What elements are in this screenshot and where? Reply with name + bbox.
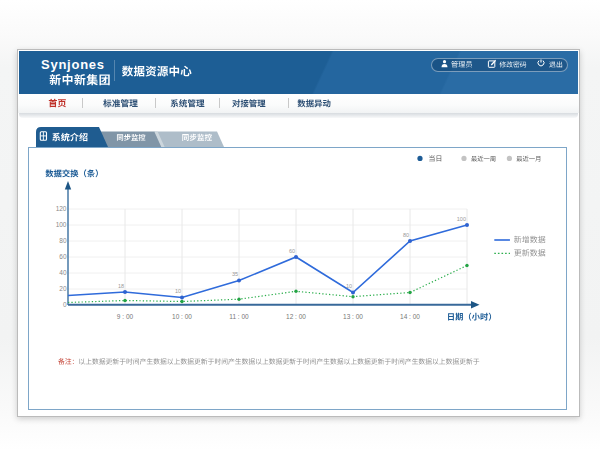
- svg-text:9 : 00: 9 : 00: [117, 313, 134, 320]
- svg-text:80: 80: [59, 237, 67, 244]
- svg-text:60: 60: [59, 253, 67, 260]
- svg-text:14 : 00: 14 : 00: [400, 313, 420, 320]
- svg-text:100: 100: [56, 221, 67, 228]
- svg-text:40: 40: [59, 269, 67, 276]
- svg-text:0: 0: [63, 301, 67, 308]
- svg-text:10: 10: [175, 288, 181, 294]
- svg-text:100: 100: [457, 216, 466, 222]
- svg-text:18: 18: [118, 283, 124, 289]
- svg-text:20: 20: [59, 285, 67, 292]
- svg-text:35: 35: [232, 271, 238, 277]
- svg-text:Synjones: Synjones: [41, 57, 105, 72]
- svg-text:13 : 00: 13 : 00: [343, 313, 363, 320]
- svg-text:60: 60: [289, 248, 295, 254]
- svg-text:11 : 00: 11 : 00: [229, 313, 249, 320]
- svg-text:12 : 00: 12 : 00: [286, 313, 306, 320]
- svg-text:10 : 00: 10 : 00: [172, 313, 192, 320]
- svg-text:120: 120: [56, 205, 67, 212]
- svg-text:10: 10: [346, 283, 352, 289]
- svg-text:80: 80: [403, 232, 409, 238]
